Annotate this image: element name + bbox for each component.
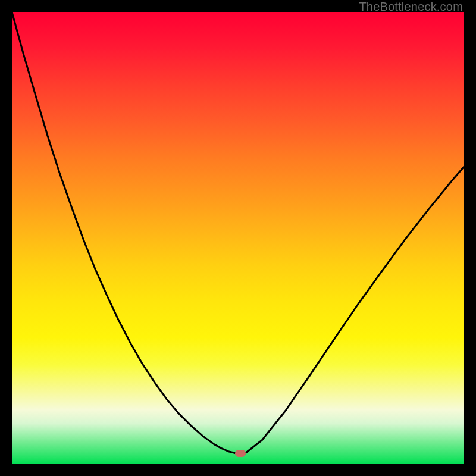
optimal-marker — [235, 450, 246, 457]
chart-frame: TheBottleneck.com — [0, 0, 476, 476]
watermark-label: TheBottleneck.com — [359, 0, 463, 14]
plot-area — [12, 12, 464, 464]
bottleneck-curve — [12, 12, 464, 464]
